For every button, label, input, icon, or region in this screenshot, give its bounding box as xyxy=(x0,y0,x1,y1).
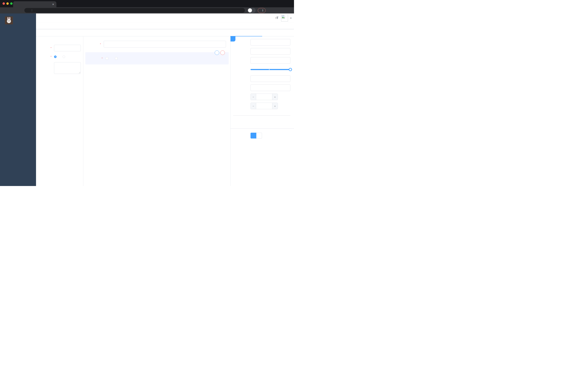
chevron-down-icon xyxy=(286,41,288,43)
not-secure-icon xyxy=(27,9,29,12)
form-status-label xyxy=(38,55,52,58)
avatar-caret-icon[interactable]: ▼ xyxy=(290,17,292,19)
avatar[interactable] xyxy=(281,15,288,21)
delete-component-button[interactable] xyxy=(220,50,225,55)
form-grid-slider[interactable] xyxy=(251,66,290,73)
sidebar xyxy=(0,13,36,186)
options-divider xyxy=(233,114,290,117)
component-palette xyxy=(36,36,83,186)
tab-component-props[interactable] xyxy=(230,29,262,36)
forward-icon[interactable] xyxy=(8,9,11,12)
trash-icon xyxy=(224,31,227,34)
macos-window-controls[interactable] xyxy=(2,2,12,5)
browser-tabstrip: ✕ xyxy=(0,0,294,7)
sidebar-logo xyxy=(0,13,36,27)
browser-tab[interactable]: ✕ xyxy=(13,1,56,7)
minus-button[interactable]: − xyxy=(251,94,256,100)
style-default-button[interactable] xyxy=(251,133,256,138)
gender-field-label xyxy=(85,57,103,60)
title-input[interactable] xyxy=(251,57,290,64)
slider-handle[interactable] xyxy=(289,68,292,71)
bookmark-star-icon[interactable] xyxy=(240,9,243,12)
status-off-radio[interactable] xyxy=(63,55,66,58)
link-icon xyxy=(231,38,234,40)
copy-icon xyxy=(216,52,218,54)
url-divider xyxy=(32,9,32,12)
plus-circle-icon xyxy=(238,121,241,124)
slider-stop xyxy=(269,69,270,70)
phone-field-input[interactable] xyxy=(104,41,226,47)
style-button-button[interactable] xyxy=(256,133,262,138)
label-width-input[interactable] xyxy=(251,75,290,82)
gender-option-1-checkbox[interactable] xyxy=(106,57,110,60)
phone-field-row[interactable] xyxy=(83,41,230,47)
home-icon[interactable] xyxy=(19,9,22,12)
collapse-sidebar-icon[interactable] xyxy=(39,16,42,20)
favicon-sprout-icon xyxy=(15,3,18,6)
copy-component-button[interactable] xyxy=(215,50,219,55)
header-actions: TT ▼ xyxy=(246,15,292,21)
minus-button[interactable]: − xyxy=(251,103,256,109)
props-panel: − + − + xyxy=(230,36,294,186)
tab-close-icon[interactable]: ✕ xyxy=(52,3,55,6)
component-type-select[interactable] xyxy=(251,39,290,45)
option-style-group xyxy=(251,133,262,138)
password-key-icon[interactable] xyxy=(235,9,238,12)
check-icon xyxy=(208,31,211,34)
back-icon[interactable] xyxy=(2,9,5,12)
selected-component-gender[interactable] xyxy=(85,52,229,64)
chrome-update-button[interactable]: ⋮ xyxy=(258,8,266,13)
plus-button[interactable]: + xyxy=(272,94,278,100)
incognito-badge xyxy=(247,8,256,13)
field-name-input[interactable] xyxy=(251,48,290,55)
save-button[interactable] xyxy=(208,31,212,34)
gender-option-2-checkbox[interactable] xyxy=(115,57,119,60)
minimize-window-button[interactable] xyxy=(6,2,9,5)
default-value-input[interactable] xyxy=(251,85,290,91)
tags-view-bar xyxy=(36,22,294,29)
reload-icon[interactable] xyxy=(13,9,16,12)
min-select-input[interactable] xyxy=(256,94,272,100)
fullscreen-icon[interactable] xyxy=(269,16,272,20)
designer-header xyxy=(36,29,230,36)
address-bar[interactable] xyxy=(24,8,245,13)
form-canvas[interactable] xyxy=(83,36,230,186)
view-json-button[interactable] xyxy=(216,31,220,34)
eye-icon xyxy=(216,31,219,34)
props-tabs xyxy=(230,29,294,36)
form-remark-textarea[interactable] xyxy=(54,62,81,74)
phone-field-label xyxy=(83,43,102,45)
delete-icon xyxy=(221,52,224,54)
logo-rabbit-image xyxy=(5,16,13,24)
app-header: TT ▼ xyxy=(36,13,294,22)
section-divider xyxy=(231,128,294,129)
add-option-button[interactable] xyxy=(238,121,294,124)
max-select-input[interactable] xyxy=(256,103,272,109)
form-name-input[interactable] xyxy=(54,45,81,51)
link-chip[interactable] xyxy=(231,36,235,42)
tab-form-props[interactable] xyxy=(262,29,294,36)
browser-toolbar: ⋮ xyxy=(0,7,294,13)
clear-button[interactable] xyxy=(224,31,228,34)
form-name-label xyxy=(39,46,52,50)
search-icon[interactable] xyxy=(249,16,253,20)
incognito-icon xyxy=(249,9,251,12)
min-select-stepper[interactable]: − + xyxy=(251,94,278,100)
plus-button[interactable]: + xyxy=(272,103,278,109)
font-size-icon[interactable]: TT xyxy=(275,16,278,20)
zoom-window-button[interactable] xyxy=(10,2,12,5)
form-meta xyxy=(39,45,81,74)
max-select-stepper[interactable]: − + xyxy=(251,103,278,109)
status-on-radio[interactable] xyxy=(54,55,58,58)
browser-menu-icon[interactable]: ⋮ xyxy=(262,9,264,12)
help-icon[interactable] xyxy=(262,16,266,20)
github-icon[interactable] xyxy=(256,16,259,20)
close-window-button[interactable] xyxy=(2,2,5,5)
